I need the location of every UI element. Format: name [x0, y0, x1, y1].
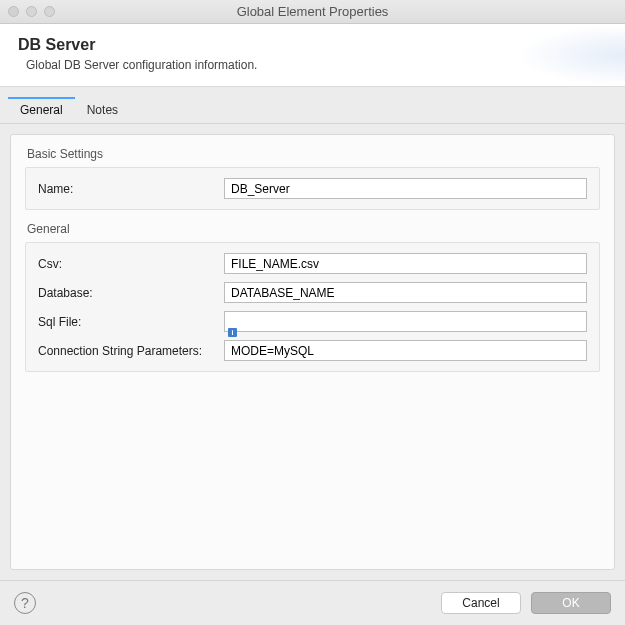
input-database[interactable]	[224, 282, 587, 303]
input-conn-str[interactable]	[224, 340, 587, 361]
header-title: DB Server	[18, 36, 607, 54]
row-name: Name:	[38, 178, 587, 199]
ok-button[interactable]: OK	[531, 592, 611, 614]
header-subtitle: Global DB Server configuration informati…	[26, 58, 607, 72]
group-label-general: General	[25, 220, 600, 242]
row-sql-file: Sql File: i	[38, 311, 587, 332]
label-sql-file: Sql File:	[38, 315, 224, 329]
group-general: Csv: Database: Sql File: i Connection St…	[25, 242, 600, 372]
window-title: Global Element Properties	[0, 4, 625, 19]
row-database: Database:	[38, 282, 587, 303]
zoom-icon[interactable]	[44, 6, 55, 17]
content-area: Basic Settings Name: General Csv: Databa…	[0, 124, 625, 580]
label-csv: Csv:	[38, 257, 224, 271]
tab-general[interactable]: General	[8, 97, 75, 123]
label-database: Database:	[38, 286, 224, 300]
window-controls	[8, 6, 55, 17]
titlebar: Global Element Properties	[0, 0, 625, 24]
row-conn-str: Connection String Parameters:	[38, 340, 587, 361]
tab-notes[interactable]: Notes	[75, 97, 130, 123]
dialog-footer: ? Cancel OK	[0, 580, 625, 624]
help-icon[interactable]: ?	[14, 592, 36, 614]
input-name[interactable]	[224, 178, 587, 199]
info-icon[interactable]: i	[228, 328, 237, 337]
row-csv: Csv:	[38, 253, 587, 274]
minimize-icon[interactable]	[26, 6, 37, 17]
input-csv[interactable]	[224, 253, 587, 274]
dialog-header: DB Server Global DB Server configuration…	[0, 24, 625, 87]
input-sql-file[interactable]	[224, 311, 587, 332]
close-icon[interactable]	[8, 6, 19, 17]
label-conn-str: Connection String Parameters:	[38, 344, 224, 358]
group-label-basic: Basic Settings	[25, 145, 600, 167]
cancel-button[interactable]: Cancel	[441, 592, 521, 614]
group-basic-settings: Name:	[25, 167, 600, 210]
tab-bar: General Notes	[0, 87, 625, 124]
form-panel: Basic Settings Name: General Csv: Databa…	[10, 134, 615, 570]
label-name: Name:	[38, 182, 224, 196]
